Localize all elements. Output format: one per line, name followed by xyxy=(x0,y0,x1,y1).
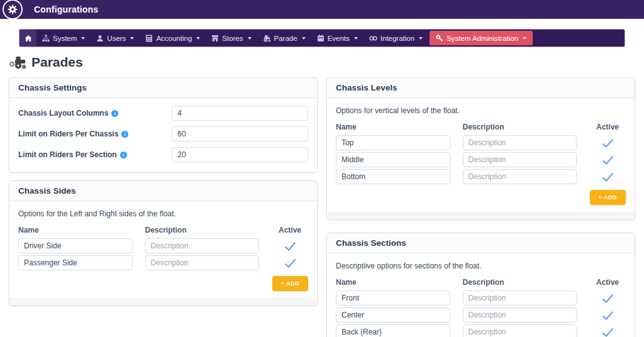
chassis-levels-card: Chassis Levels Options for vertical leve… xyxy=(326,77,635,220)
chevron-down-icon xyxy=(196,37,200,40)
nav-item-label: Integration xyxy=(380,35,414,42)
nav-item-label: Events xyxy=(328,35,350,42)
field-label: Chassis Layout Columns i xyxy=(18,109,172,118)
nav-item-stores[interactable]: Stores xyxy=(206,30,257,47)
name-input[interactable] xyxy=(336,152,450,167)
list-column-headers: Name Description Active xyxy=(336,278,626,287)
name-input[interactable] xyxy=(336,307,450,323)
parade-settings-icon xyxy=(9,55,26,70)
chassis-layout-columns-input[interactable] xyxy=(172,106,308,121)
page-header-title: Configurations xyxy=(34,4,98,14)
home-button[interactable] xyxy=(19,30,36,47)
active-check[interactable] xyxy=(589,328,626,337)
name-input[interactable] xyxy=(18,238,133,253)
chassis-sides-card: Chassis Sides Options for the Left and R… xyxy=(9,180,318,306)
name-input[interactable] xyxy=(336,169,450,184)
description-input[interactable] xyxy=(463,307,577,323)
active-check[interactable] xyxy=(589,172,626,182)
description-input[interactable] xyxy=(463,135,577,150)
description-input[interactable] xyxy=(463,169,577,184)
chevron-down-icon xyxy=(354,37,358,40)
nav-item-label: System xyxy=(53,35,77,42)
name-input[interactable] xyxy=(336,290,450,306)
chassis-settings-card: Chassis Settings Chassis Layout Columns … xyxy=(9,77,318,173)
active-check[interactable] xyxy=(272,258,308,268)
add-button[interactable]: + ADD xyxy=(272,276,308,291)
list-column-headers: Name Description Active xyxy=(336,123,626,131)
chevron-down-icon xyxy=(81,37,85,40)
field-label: Limit on Riders Per Section i xyxy=(18,150,172,159)
column-header-name: Name xyxy=(336,123,450,131)
table-row xyxy=(18,255,308,270)
card-footer xyxy=(327,213,635,219)
card-title: Chassis Sections xyxy=(327,233,635,253)
active-check[interactable] xyxy=(589,138,626,148)
description-input[interactable] xyxy=(463,152,577,167)
nav-item-label: Parade xyxy=(274,35,297,42)
description-input[interactable] xyxy=(463,324,577,337)
active-check[interactable] xyxy=(589,294,626,303)
active-check[interactable] xyxy=(272,241,308,251)
chevron-down-icon xyxy=(523,37,526,40)
chevron-down-icon xyxy=(419,37,423,40)
active-check[interactable] xyxy=(589,311,626,320)
description-input[interactable] xyxy=(463,290,577,306)
nav-item-system[interactable]: System xyxy=(36,30,91,47)
card-footer xyxy=(9,299,317,306)
list-column-headers: Name Description Active xyxy=(18,226,308,235)
card-description: Options for the Left and Right sides of … xyxy=(18,209,308,218)
card-title: Chassis Sides xyxy=(9,181,317,201)
nav-item-integration[interactable]: Integration xyxy=(364,30,428,47)
left-column: Chassis Settings Chassis Layout Columns … xyxy=(9,77,318,306)
riders-per-chassis-input[interactable] xyxy=(172,126,308,141)
info-icon[interactable]: i xyxy=(121,131,128,138)
column-header-name: Name xyxy=(18,226,133,235)
link-icon xyxy=(369,35,377,42)
chassis-sections-card: Chassis Sections Descriptiive options fo… xyxy=(326,233,635,337)
field-label-text: Limit on Riders Per Section xyxy=(18,150,117,159)
field-label-text: Chassis Layout Columns xyxy=(18,109,108,118)
home-icon xyxy=(25,35,32,42)
nav-item-events[interactable]: Events xyxy=(311,30,364,47)
add-button[interactable]: + ADD xyxy=(590,190,626,205)
settings-field-row: Limit on Riders Per Chassis i xyxy=(18,126,308,141)
info-icon[interactable]: i xyxy=(111,110,118,117)
column-header-active: Active xyxy=(589,123,626,131)
table-row xyxy=(336,152,626,167)
column-header-name: Name xyxy=(336,278,450,287)
name-input[interactable] xyxy=(18,255,133,270)
nav-item-users[interactable]: Users xyxy=(91,30,140,47)
column-header-description: Description xyxy=(463,278,577,287)
main-content: Parades Chassis Settings Chassis Layout … xyxy=(0,47,644,337)
active-check[interactable] xyxy=(589,155,626,165)
calendar-icon xyxy=(317,35,325,42)
info-icon[interactable]: i xyxy=(120,152,127,158)
chevron-down-icon xyxy=(248,37,252,40)
column-header-active: Active xyxy=(272,226,308,235)
description-input[interactable] xyxy=(145,255,260,270)
field-label-text: Limit on Riders Per Chassis xyxy=(18,130,118,138)
nav-item-label: Accounting xyxy=(156,35,192,42)
table-row xyxy=(18,238,308,253)
nav-item-accounting[interactable]: Accounting xyxy=(140,30,206,47)
table-row xyxy=(336,290,626,306)
calculator-icon xyxy=(145,35,153,42)
name-input[interactable] xyxy=(336,135,450,150)
nav-item-system-administration[interactable]: System Administration xyxy=(430,31,533,45)
table-row xyxy=(336,307,626,323)
field-label: Limit on Riders Per Chassis i xyxy=(18,130,172,138)
nav-item-label: System Administration xyxy=(447,35,518,42)
name-input[interactable] xyxy=(336,324,450,337)
gear-icon xyxy=(8,4,18,14)
chevron-down-icon xyxy=(130,37,134,40)
card-title: Chassis Settings xyxy=(9,78,317,98)
description-input[interactable] xyxy=(145,238,260,253)
right-column: Chassis Levels Options for vertical leve… xyxy=(326,77,635,337)
nav-item-parade[interactable]: Parade xyxy=(257,30,311,47)
column-header-description: Description xyxy=(463,123,577,131)
card-title: Chassis Levels xyxy=(327,78,635,98)
page-title-row: Parades xyxy=(9,55,635,70)
store-icon xyxy=(211,35,219,42)
riders-per-section-input[interactable] xyxy=(172,147,308,162)
configurations-gear-badge xyxy=(3,0,23,19)
